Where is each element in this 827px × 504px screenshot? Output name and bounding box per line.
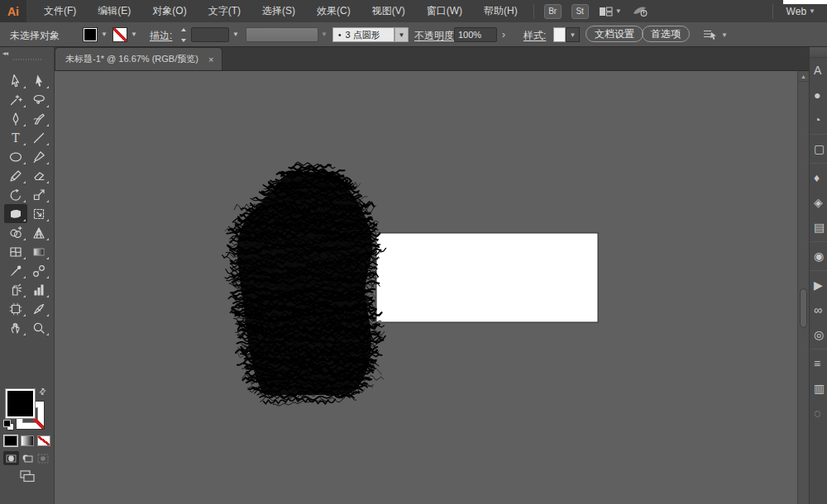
- opacity-label[interactable]: 不透明度:: [414, 29, 457, 43]
- draw-inside-mode-button[interactable]: [35, 451, 50, 465]
- stroke-width-field[interactable]: [191, 27, 229, 42]
- direct-selection-tool[interactable]: [27, 71, 50, 90]
- scroll-up-arrow-icon[interactable]: ▲: [798, 71, 809, 82]
- cloud-panel-icon[interactable]: ◌: [810, 401, 827, 426]
- type-tool[interactable]: T: [4, 128, 27, 147]
- artboard-tool[interactable]: [4, 299, 27, 318]
- blend-tool[interactable]: [27, 261, 50, 280]
- actions-panel-icon[interactable]: ▶: [810, 273, 827, 297]
- document-tab[interactable]: 未标题-1* @ 16.67% (RGB/预览) ×: [55, 47, 222, 70]
- gradient-tool[interactable]: [27, 242, 50, 261]
- canvas[interactable]: [55, 70, 797, 504]
- stroke-weight-label[interactable]: 描边:: [150, 29, 172, 43]
- slice-tool[interactable]: [27, 299, 50, 318]
- brushes-panel-icon[interactable]: ♦: [810, 165, 827, 190]
- scrollbar-thumb[interactable]: [800, 288, 807, 328]
- selection-tool[interactable]: [4, 71, 27, 90]
- character-panel-icon[interactable]: ▥: [810, 376, 827, 401]
- graphic-styles-panel-icon[interactable]: ◉: [810, 244, 827, 269]
- artboards-panel-icon[interactable]: ▢: [810, 136, 827, 161]
- appearance-panel-icon[interactable]: A: [810, 58, 827, 83]
- screen-mode-button[interactable]: [17, 469, 37, 483]
- stroke-color-swatch[interactable]: [112, 27, 127, 42]
- zoom-tool[interactable]: [27, 318, 50, 337]
- brush-definition-combo[interactable]: •3 点圆形: [332, 27, 394, 42]
- scale-tool[interactable]: [27, 185, 50, 204]
- width-scribble-object[interactable]: [222, 162, 386, 406]
- menu-item-2[interactable]: 编辑(E): [87, 0, 141, 22]
- fill-color-swatch[interactable]: [83, 27, 98, 42]
- cs-live-button[interactable]: [632, 5, 648, 17]
- vertical-scrollbar[interactable]: ▲: [797, 70, 809, 504]
- preferences-button[interactable]: 首选项: [642, 26, 690, 42]
- symbol-sprayer-tool[interactable]: [4, 280, 27, 299]
- collapse-panel-icon[interactable]: ◂◂: [2, 50, 7, 57]
- stroke-width-chevron-icon[interactable]: ▼: [232, 31, 239, 38]
- opacity-flyout-arrow[interactable]: ›: [502, 29, 505, 40]
- fill-swatch[interactable]: [5, 388, 36, 419]
- menu-item-4[interactable]: 文字(T): [198, 0, 251, 22]
- width-tool[interactable]: [4, 204, 27, 223]
- workspace-switcher[interactable]: Web ▼: [786, 6, 815, 17]
- eraser-tool[interactable]: [27, 166, 50, 185]
- magic-wand-tool[interactable]: [4, 90, 27, 109]
- pencil-tool[interactable]: [4, 166, 27, 185]
- style-swatch[interactable]: [553, 27, 566, 42]
- artwork-layer[interactable]: [55, 71, 797, 504]
- symbols-panel-icon[interactable]: ◈: [810, 190, 827, 215]
- none-button[interactable]: [37, 435, 50, 446]
- blob-brush-tool[interactable]: [27, 109, 50, 128]
- menu-item-1[interactable]: 文件(F): [33, 0, 87, 22]
- style-chevron-icon[interactable]: ▼: [566, 27, 580, 42]
- hand-tool[interactable]: [4, 318, 27, 337]
- color-guide-panel-icon[interactable]: ◔: [810, 107, 827, 132]
- menu-item-5[interactable]: 选择(S): [251, 0, 306, 22]
- color-button[interactable]: [4, 435, 17, 446]
- tab-close-icon[interactable]: ×: [208, 55, 213, 64]
- draw-normal-mode-button[interactable]: [3, 451, 19, 465]
- pen-tool[interactable]: [4, 109, 27, 128]
- perspective-grid-tool[interactable]: [27, 223, 50, 242]
- style-label[interactable]: 样式:: [523, 29, 546, 43]
- paintbrush-tool[interactable]: [27, 147, 50, 166]
- rectangle-object[interactable]: [376, 233, 598, 322]
- alignment-options-button[interactable]: ▼: [702, 28, 728, 41]
- bridge-button[interactable]: Br: [544, 4, 562, 19]
- document-setup-button[interactable]: 文档设置: [586, 26, 643, 42]
- stock-button[interactable]: St: [571, 4, 589, 19]
- menu-item-8[interactable]: 窗口(W): [416, 0, 473, 22]
- links-panel-icon[interactable]: ∞: [810, 297, 827, 322]
- rotate-tool[interactable]: [4, 185, 27, 204]
- brush-combo-chevron-icon[interactable]: ▼: [394, 27, 409, 42]
- menu-item-9[interactable]: 帮助(H): [473, 0, 528, 22]
- menu-item-6[interactable]: 效果(C): [306, 0, 361, 22]
- fill-chevron-icon[interactable]: ▼: [101, 31, 108, 38]
- width-profile-preview[interactable]: [246, 27, 318, 42]
- lasso-tool[interactable]: [27, 90, 50, 109]
- tools-panel-header[interactable]: ◂◂: [0, 47, 54, 70]
- swatches-panel-icon[interactable]: ▤: [810, 215, 827, 240]
- default-fill-stroke-icon[interactable]: [3, 420, 14, 430]
- stroke-width-stepper[interactable]: [179, 28, 188, 42]
- panel-dock-header[interactable]: [810, 47, 827, 58]
- mesh-tool[interactable]: [4, 242, 27, 261]
- shape-builder-tool[interactable]: [4, 223, 27, 242]
- draw-behind-mode-button[interactable]: [19, 451, 35, 465]
- eyedropper-tool[interactable]: [4, 261, 27, 280]
- swap-fill-stroke-icon[interactable]: ⇄: [36, 386, 48, 397]
- column-graph-tool[interactable]: [27, 280, 50, 299]
- panel-drag-handle[interactable]: [13, 59, 41, 60]
- menu-item-3[interactable]: 对象(O): [141, 0, 197, 22]
- opacity-field[interactable]: 100%: [454, 27, 497, 42]
- navigator-panel-icon[interactable]: ◎: [810, 322, 827, 347]
- stroke-chevron-icon[interactable]: ▼: [131, 31, 137, 38]
- ellipse-tool[interactable]: [4, 147, 27, 166]
- arrange-documents-button[interactable]: ▼: [599, 6, 622, 17]
- color-panel-icon[interactable]: ●: [810, 83, 827, 107]
- gradient-button[interactable]: [21, 435, 34, 446]
- width-profile-chevron-icon[interactable]: ▼: [321, 31, 327, 38]
- menu-item-7[interactable]: 视图(V): [361, 0, 416, 22]
- paragraph-panel-icon[interactable]: ≡: [810, 351, 827, 376]
- line-segment-tool[interactable]: [27, 128, 50, 147]
- free-transform-tool[interactable]: [27, 204, 50, 223]
